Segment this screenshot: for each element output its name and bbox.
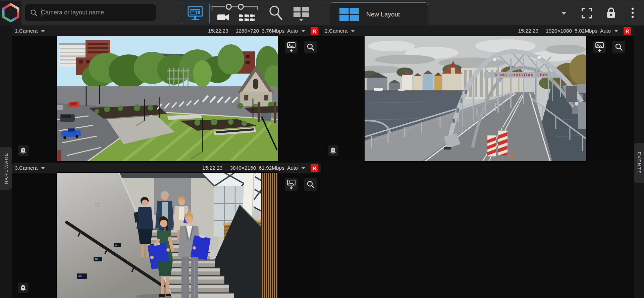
search-input[interactable] xyxy=(38,4,156,21)
top-toolbar: New Layout xyxy=(0,0,644,26)
snapshot-download-icon xyxy=(287,179,296,189)
video-camera-icon[interactable] xyxy=(217,14,229,20)
magnifier-icon xyxy=(307,43,315,51)
multi-camera-grid-icon[interactable] xyxy=(239,14,255,21)
showreel-group xyxy=(211,2,258,23)
grid-layout-icon xyxy=(293,5,310,22)
snapshot-download-icon xyxy=(287,42,296,52)
snapshot-download-icon xyxy=(595,42,604,52)
hardware-panel-tab[interactable]: HARDWARE xyxy=(0,147,12,190)
magnifier-icon xyxy=(307,180,315,188)
camera-video-frame[interactable] xyxy=(57,36,278,161)
caret-down-icon[interactable] xyxy=(614,30,618,32)
camera-video-frame[interactable] xyxy=(57,173,278,298)
vms-app-window: New Layout HARDWARE EVENTS xyxy=(0,0,644,298)
recording-badge: R xyxy=(311,27,318,35)
bell-plus-icon xyxy=(20,147,26,154)
bell-plus-button[interactable] xyxy=(18,145,29,156)
tab-new-layout[interactable]: New Layout xyxy=(330,2,428,26)
magnifier-icon xyxy=(615,43,623,51)
camera-bitrate: 3.76Mbps xyxy=(262,28,284,34)
recording-badge: R xyxy=(624,27,631,35)
zoom-window-button[interactable] xyxy=(304,41,317,53)
search-cameras-button[interactable] xyxy=(267,4,284,22)
save-snapshot-button[interactable] xyxy=(593,41,606,53)
camera-bitrate: 5.02Mbps xyxy=(575,28,597,34)
layout-thumbnail-icon xyxy=(339,8,359,21)
camera-tile-header[interactable]: 3.Camera 15:22:23 3840×2160 61.92Mbps Au… xyxy=(12,163,321,173)
hexagon-logo-icon xyxy=(2,3,20,24)
camera-tile-2[interactable]: 2.Camera 15:22:23 1920×1080 5.02Mbps Aut… xyxy=(322,26,634,161)
lock-button[interactable] xyxy=(605,6,617,19)
save-snapshot-button[interactable] xyxy=(285,178,298,191)
tile-action-buttons xyxy=(285,41,317,53)
search-field[interactable] xyxy=(25,4,156,21)
camera-time: 15:22:23 xyxy=(202,165,222,171)
camera-stream-stats: 1280×720 3.76Mbps Auto xyxy=(236,28,298,34)
search-icon xyxy=(30,9,38,16)
caret-down-icon[interactable] xyxy=(41,30,45,32)
camera-resolution: 1280×720 xyxy=(236,28,259,34)
more-menu-button[interactable] xyxy=(629,6,637,20)
layouts-dropdown-button[interactable] xyxy=(559,9,569,18)
recording-badge: R xyxy=(311,164,318,172)
magnifier-icon xyxy=(268,5,284,22)
caret-down-icon[interactable] xyxy=(301,167,305,169)
camera-stream-stats: 3840×2160 61.92Mbps Auto xyxy=(230,165,298,171)
camera-video-frame[interactable]: KONG CHRISTIAN X BRO xyxy=(365,36,586,161)
camera-resolution: 1920×1080 xyxy=(546,28,572,34)
camera-stream-stats: 1920×1080 5.02Mbps Auto xyxy=(546,28,611,34)
caret-down-icon xyxy=(561,12,566,15)
camera-bitrate: 61.92Mbps xyxy=(259,165,284,171)
zoom-window-button[interactable] xyxy=(304,178,317,191)
camera-quality: Auto xyxy=(287,165,298,171)
kebab-menu-icon xyxy=(631,7,634,19)
camera-time: 15:22:23 xyxy=(518,28,538,34)
camera-quality: Auto xyxy=(287,28,298,34)
staircase-scene-illustration xyxy=(57,173,278,298)
new-layout-tab-label: New Layout xyxy=(366,11,400,18)
zoom-window-button[interactable] xyxy=(612,41,625,53)
bell-plus-icon xyxy=(330,147,336,154)
bell-plus-icon xyxy=(20,285,26,291)
camera-tile-header[interactable]: 2.Camera 15:22:23 1920×1080 5.02Mbps Aut… xyxy=(322,26,634,36)
camera-resolution: 3840×2160 xyxy=(230,165,256,171)
camera-tile-1[interactable]: 1.Camera 15:22:23 1280×720 3.76Mbps Auto… xyxy=(12,26,321,161)
caret-down-icon[interactable] xyxy=(301,30,305,32)
caret-down-icon[interactable] xyxy=(351,30,355,32)
tile-action-buttons xyxy=(285,178,317,191)
camera-quality: Auto xyxy=(600,28,611,34)
fullscreen-button[interactable] xyxy=(581,7,593,19)
open-in-browser-button[interactable] xyxy=(181,3,210,24)
monitor-icon xyxy=(187,6,203,21)
text-cursor xyxy=(42,8,42,17)
campus-scene-illustration xyxy=(57,36,278,161)
camera-name[interactable]: 2.Camera xyxy=(325,28,347,34)
fullscreen-icon xyxy=(582,8,592,18)
camera-tile-3[interactable]: 3.Camera 15:22:23 3840×2160 61.92Mbps Au… xyxy=(12,163,321,298)
camera-name[interactable]: 3.Camera xyxy=(15,165,38,171)
layout-grid-picker-button[interactable] xyxy=(292,4,310,23)
camera-name[interactable]: 1.Camera xyxy=(15,28,38,34)
events-panel-tab[interactable]: EVENTS xyxy=(634,143,644,183)
bridge-scene-illustration: KONG CHRISTIAN X BRO xyxy=(365,36,586,161)
tile-action-buttons xyxy=(593,41,625,53)
main-menu-button[interactable] xyxy=(0,1,21,26)
hardware-tab-label: HARDWARE xyxy=(4,153,9,184)
camera-time: 15:22:23 xyxy=(208,28,228,34)
bridge-name-text: KONG CHRISTIAN X BRO xyxy=(495,73,550,77)
lock-icon xyxy=(606,7,616,18)
bell-plus-button[interactable] xyxy=(328,145,338,156)
events-tab-label: EVENTS xyxy=(637,152,642,174)
save-snapshot-button[interactable] xyxy=(285,41,298,53)
showreel-bracket-icon xyxy=(212,7,258,10)
camera-tile-header[interactable]: 1.Camera 15:22:23 1280×720 3.76Mbps Auto… xyxy=(12,26,321,36)
bell-plus-button[interactable] xyxy=(18,283,29,293)
caret-down-icon[interactable] xyxy=(41,167,45,169)
